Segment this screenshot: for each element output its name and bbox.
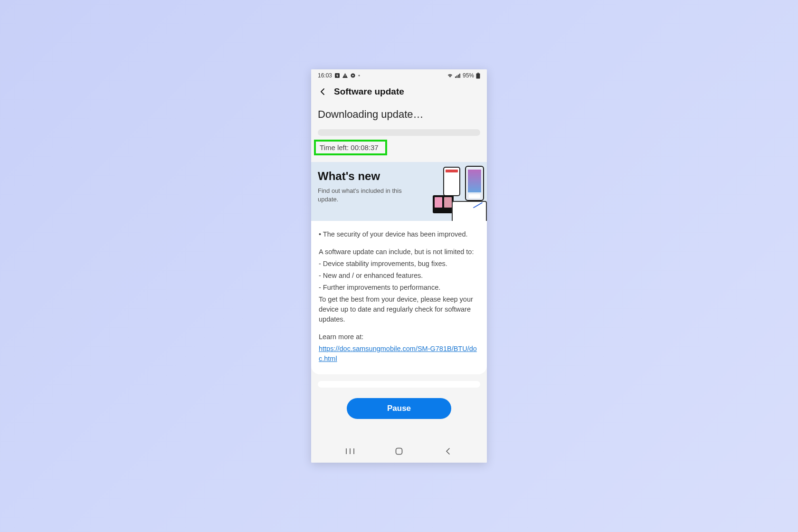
time-left-label: Time left: 00:08:37 [314, 140, 387, 155]
svg-point-4 [352, 75, 353, 76]
device-illustration-foldable [433, 195, 454, 213]
gear-icon [351, 73, 355, 78]
app-bar: Software update [311, 82, 487, 104]
update-details-card: • The security of your device has been i… [311, 221, 487, 374]
svg-rect-1 [345, 75, 345, 76]
detail-intro: A software update can include, but is no… [319, 247, 479, 257]
status-time: 16:03 [318, 72, 332, 79]
svg-point-5 [358, 75, 360, 76]
status-bar-left: 16:03 [318, 72, 360, 79]
svg-rect-15 [396, 448, 402, 455]
download-section: Downloading update… Time left: 00:08:37 [311, 104, 487, 158]
nav-back-button[interactable] [443, 446, 453, 456]
page-title: Software update [334, 86, 404, 97]
learn-more-label: Learn more at: [319, 332, 479, 342]
warning-icon [342, 73, 348, 78]
download-progress-bar [318, 129, 480, 136]
nav-recent-button[interactable] [345, 446, 355, 456]
detail-item-performance: - Further improvements to performance. [319, 283, 479, 293]
content-area: Downloading update… Time left: 00:08:37 … [311, 104, 487, 440]
whats-new-card[interactable]: What's new Find out what's included in t… [311, 162, 487, 221]
phone-frame: 16:03 95% [311, 69, 487, 463]
battery-percent: 95% [463, 72, 474, 79]
signal-icon [455, 73, 461, 78]
svg-rect-6 [455, 76, 456, 78]
svg-rect-7 [456, 76, 457, 78]
status-bar: 16:03 95% [311, 69, 487, 82]
time-left-highlight: Time left: 00:08:37 [314, 140, 387, 155]
svg-rect-10 [477, 73, 479, 74]
detail-bullet-security: • The security of your device has been i… [319, 229, 479, 239]
detail-outro: To get the best from your device, please… [319, 294, 479, 324]
wifi-icon [447, 73, 453, 78]
battery-icon [476, 73, 480, 79]
detail-item-stability: - Device stability improvements, bug fix… [319, 259, 479, 269]
device-illustration [416, 165, 487, 221]
back-button[interactable] [318, 87, 327, 96]
dot-icon [358, 75, 360, 76]
whats-new-subtitle: Find out what's included in this update. [318, 187, 403, 203]
svg-rect-2 [345, 76, 345, 77]
pause-button[interactable]: Pause [347, 398, 451, 419]
nav-home-button[interactable] [394, 446, 404, 456]
svg-rect-9 [459, 74, 460, 78]
learn-more-link[interactable]: https://doc.samsungmobile.com/SM-G781B/B… [319, 345, 477, 362]
svg-rect-8 [458, 75, 459, 78]
lightning-icon [335, 73, 340, 78]
card-spacer [318, 381, 480, 388]
status-bar-right: 95% [447, 72, 480, 79]
device-illustration-tablet [452, 201, 487, 221]
action-row: Pause [311, 388, 487, 424]
detail-item-features: - New and / or enhanced features. [319, 271, 479, 281]
download-heading: Downloading update… [318, 108, 480, 121]
svg-rect-11 [476, 73, 480, 78]
nav-bar [311, 440, 487, 463]
device-illustration-phone [443, 167, 460, 196]
device-illustration-phone [465, 166, 484, 201]
